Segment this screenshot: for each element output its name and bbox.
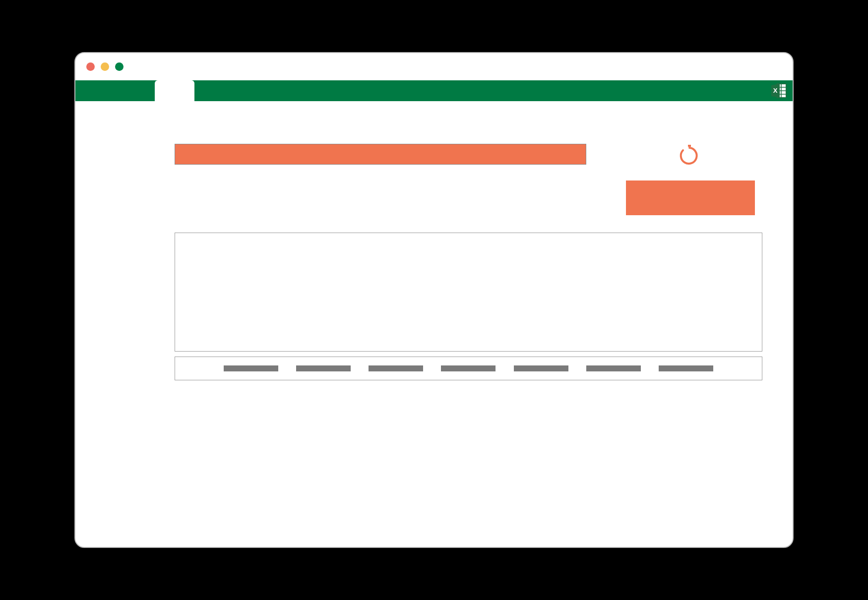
- col-thurs: [489, 144, 537, 165]
- legend-item: [586, 365, 641, 371]
- legend-item: [441, 365, 496, 371]
- col-wed: [440, 144, 489, 165]
- legend-item: [659, 365, 713, 371]
- ribbon-bar: X: [75, 80, 793, 101]
- legend-item: [369, 365, 423, 371]
- sales-chart: [175, 233, 762, 352]
- col-sun: [296, 144, 344, 165]
- legend-item: [296, 365, 351, 371]
- svg-rect-7: [688, 145, 691, 147]
- close-icon[interactable]: [86, 62, 95, 71]
- weekday-table: [175, 144, 586, 165]
- col-mon: [344, 144, 392, 165]
- stopwatch-icon: [679, 144, 700, 166]
- col-sat: [248, 144, 296, 165]
- window-titlebar: [75, 53, 793, 80]
- legend-item: [224, 365, 278, 371]
- maximize-icon[interactable]: [115, 62, 124, 71]
- chart-legend: [175, 357, 762, 380]
- accent-block: [626, 180, 755, 215]
- minimize-icon[interactable]: [101, 62, 109, 71]
- legend-item: [514, 365, 568, 371]
- col-tues: [392, 144, 440, 165]
- col-weekday: [175, 144, 248, 165]
- svg-text:X: X: [773, 87, 778, 94]
- active-tab[interactable]: [155, 80, 194, 101]
- content-area: [75, 101, 793, 395]
- app-window: X: [74, 52, 794, 548]
- col-fri: [537, 144, 586, 165]
- excel-icon: X: [770, 82, 788, 102]
- brand-logo: [679, 144, 702, 166]
